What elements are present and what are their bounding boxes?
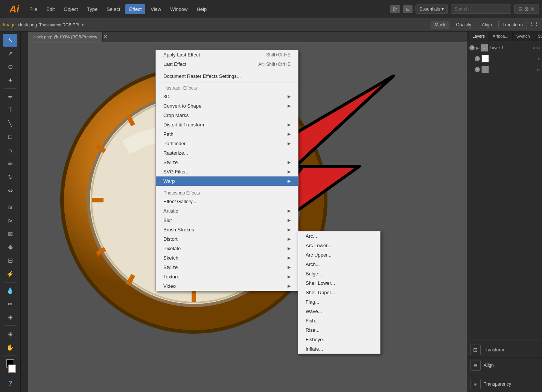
- layer-lock[interactable]: ○: [533, 46, 535, 50]
- menu-help[interactable]: Help: [193, 4, 210, 14]
- tool-reflect[interactable]: ⇔: [3, 184, 17, 197]
- menu-file[interactable]: File: [26, 4, 41, 14]
- warp-fish[interactable]: Fish...: [298, 316, 380, 325]
- layer-target[interactable]: ⊙: [537, 46, 540, 50]
- tool-paintbrush[interactable]: ⌂: [3, 144, 17, 157]
- menu-edit[interactable]: Edit: [43, 4, 58, 14]
- menu-apply-last-effect[interactable]: Apply Last Effect Shift+Ctrl+E: [156, 50, 298, 59]
- tool-flash[interactable]: ⚡: [3, 267, 17, 280]
- menu-distort[interactable]: Distort ▶: [156, 234, 298, 244]
- tool-zoom[interactable]: ⊕: [3, 328, 17, 340]
- canvas-tab[interactable]: clock.png* @ 100% (RGB/Preview: [28, 32, 103, 42]
- tool-line[interactable]: ╲: [3, 117, 17, 130]
- image-label[interactable]: Image: [3, 22, 15, 27]
- warp-fisheye[interactable]: Fisheye...: [298, 335, 380, 344]
- warp-shell-lower[interactable]: Shell Lower...: [298, 278, 380, 288]
- layer-row-1[interactable]: 👁 ▶ L Layer 1 ○ ⊙: [467, 43, 542, 53]
- menu-pathfinder[interactable]: Pathfinder ▶: [156, 139, 298, 148]
- menu-brush-strokes[interactable]: Brush Strokes ▶: [156, 225, 298, 234]
- tool-warp[interactable]: ≋: [3, 201, 17, 214]
- warp-arc-lower[interactable]: Arc Lower...: [298, 241, 380, 250]
- tool-blend[interactable]: ∞: [3, 298, 17, 310]
- menu-svg-filters[interactable]: SVG Filter... ▶: [156, 167, 298, 176]
- menu-document-raster-settings[interactable]: Document Raster Effects Settings...: [156, 71, 298, 81]
- menu-3d[interactable]: 3D ▶: [156, 92, 298, 101]
- layer-visibility-eye[interactable]: 👁: [469, 45, 475, 50]
- menu-blur[interactable]: Blur ▶: [156, 216, 298, 225]
- menu-sketch[interactable]: Sketch ▶: [156, 253, 298, 263]
- transform-button[interactable]: Transform: [498, 21, 527, 29]
- tool-pencil[interactable]: ✏: [3, 157, 17, 170]
- menu-object[interactable]: Object: [60, 4, 82, 14]
- tool-livedraw[interactable]: ⊕: [3, 311, 17, 324]
- warp-arch[interactable]: Arch...: [298, 260, 380, 269]
- tool-magic-wand[interactable]: ✦: [3, 74, 17, 87]
- tab-symbols[interactable]: Symbol: [534, 32, 542, 41]
- menu-crop-marks[interactable]: Crop Marks: [156, 111, 298, 120]
- layer-sublayer-1[interactable]: 👁 . ○: [467, 53, 542, 64]
- warp-wave[interactable]: Wave...: [298, 307, 380, 316]
- layer-expand[interactable]: ▶: [476, 46, 479, 50]
- menu-distort-transform[interactable]: Distort & Transform ▶: [156, 120, 298, 129]
- menu-view[interactable]: View: [147, 4, 165, 14]
- essentials-button[interactable]: Essentials ▾: [416, 5, 448, 14]
- tool-select-direct[interactable]: ↗: [3, 47, 17, 60]
- menu-last-effect[interactable]: Last Effect Alt+Shift+Ctrl+E: [156, 59, 298, 69]
- menu-stylize-illustrator[interactable]: Stylize ▶: [156, 158, 298, 167]
- tool-shape[interactable]: □: [3, 131, 17, 143]
- panel-transform[interactable]: ⊡ Transform: [467, 342, 542, 358]
- tool-help[interactable]: ?: [3, 377, 17, 390]
- tool-rotate[interactable]: ↻: [3, 171, 17, 184]
- menu-path[interactable]: Path ▶: [156, 129, 298, 139]
- menu-artistic[interactable]: Artistic ▶: [156, 206, 298, 216]
- sublayer-eye-1[interactable]: 👁: [475, 56, 480, 61]
- menu-warp[interactable]: Warp ▶: [156, 176, 298, 186]
- menu-stylize-ps[interactable]: Stylize ▶: [156, 263, 298, 272]
- opacity-button[interactable]: Opacity: [452, 21, 475, 29]
- menu-convert-to-shape[interactable]: Convert to Shape ▶: [156, 101, 298, 111]
- sublayer-2-target[interactable]: ⊙: [537, 68, 540, 72]
- menu-texture[interactable]: Texture ▶: [156, 272, 298, 281]
- tool-width[interactable]: ⊳: [3, 214, 17, 227]
- menu-type[interactable]: Type: [83, 4, 101, 14]
- device-button[interactable]: ⊞: [403, 5, 413, 13]
- menu-window[interactable]: Window: [166, 4, 191, 14]
- tab-layers[interactable]: Layers: [469, 32, 489, 41]
- tool-select-arrow[interactable]: ↖: [3, 34, 17, 47]
- background-color[interactable]: [8, 365, 16, 373]
- mask-button[interactable]: Mask: [431, 21, 450, 29]
- tool-freetransform[interactable]: ⊠: [3, 228, 17, 240]
- menu-video[interactable]: Video ▶: [156, 281, 298, 291]
- warp-bulge[interactable]: Bulge...: [298, 269, 380, 278]
- tool-type[interactable]: T: [3, 104, 17, 117]
- search-input[interactable]: [451, 5, 511, 14]
- panel-transparency[interactable]: ⊘ Transparency: [467, 377, 542, 392]
- arrange-icon[interactable]: ⋮⋮: [529, 21, 539, 29]
- tool-symbolsprayer[interactable]: ❋: [3, 241, 17, 254]
- tool-lasso[interactable]: ⊙: [3, 61, 17, 73]
- tool-eyedropper[interactable]: 💧: [3, 284, 17, 297]
- warp-rise[interactable]: Rise...: [298, 325, 380, 335]
- panel-align[interactable]: ≡ Align: [467, 358, 542, 373]
- warp-flag[interactable]: Flag...: [298, 297, 380, 307]
- layer-sublayer-2[interactable]: 👁 ... ⊙: [467, 64, 542, 75]
- tool-hand[interactable]: ✋: [3, 341, 17, 354]
- bridge-button[interactable]: Br: [390, 5, 400, 13]
- tool-column[interactable]: ⊟: [3, 254, 17, 267]
- sublayer-1-target[interactable]: ○: [537, 57, 540, 61]
- window-controls[interactable]: ⊟ ⊠ ✕: [514, 5, 539, 14]
- menu-effect[interactable]: Effect: [125, 4, 145, 14]
- tab-swatches[interactable]: Swatch: [513, 32, 534, 41]
- tab-close[interactable]: ✕: [103, 34, 109, 40]
- warp-inflate[interactable]: Inflate...: [298, 344, 380, 354]
- sublayer-eye-2[interactable]: 👁: [475, 67, 480, 72]
- menu-select[interactable]: Select: [103, 4, 124, 14]
- menu-effect-gallery[interactable]: Effect Gallery...: [156, 197, 298, 206]
- menu-pixelate[interactable]: Pixelate ▶: [156, 244, 298, 253]
- align-button[interactable]: Align: [478, 21, 496, 29]
- warp-arc[interactable]: Arc...: [298, 231, 380, 241]
- tab-artboards[interactable]: Artboa...: [489, 32, 513, 41]
- warp-shell-upper[interactable]: Shell Upper...: [298, 288, 380, 297]
- menu-rasterize[interactable]: Rasterize...: [156, 148, 298, 158]
- warp-arc-upper[interactable]: Arc Upper...: [298, 250, 380, 260]
